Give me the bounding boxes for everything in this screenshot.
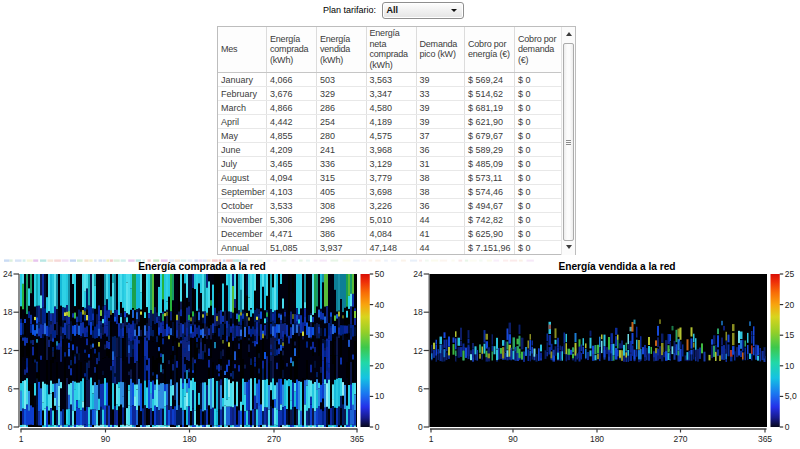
svg-text:180: 180 <box>182 434 196 444</box>
svg-text:18: 18 <box>413 307 423 317</box>
svg-text:Energía comprada a la red: Energía comprada a la red <box>138 261 265 272</box>
svg-text:30: 30 <box>375 330 385 340</box>
svg-text:90: 90 <box>508 434 518 444</box>
svg-text:10: 10 <box>375 391 385 401</box>
svg-text:180: 180 <box>590 434 604 444</box>
svg-text:10: 10 <box>785 361 795 371</box>
svg-text:270: 270 <box>267 434 281 444</box>
svg-text:24: 24 <box>413 269 423 279</box>
svg-text:6: 6 <box>8 384 13 394</box>
svg-text:90: 90 <box>101 434 111 444</box>
svg-text:1: 1 <box>19 434 24 444</box>
svg-text:12: 12 <box>3 346 13 356</box>
svg-text:0: 0 <box>8 422 13 432</box>
svg-text:0: 0 <box>418 422 423 432</box>
svg-text:20: 20 <box>785 300 795 310</box>
svg-text:6: 6 <box>418 384 423 394</box>
svg-text:270: 270 <box>673 434 687 444</box>
svg-text:12: 12 <box>413 346 423 356</box>
svg-text:18: 18 <box>3 307 13 317</box>
svg-text:50: 50 <box>375 269 385 279</box>
svg-text:40: 40 <box>375 300 385 310</box>
svg-text:Energía vendida a la red: Energía vendida a la red <box>558 261 675 272</box>
svg-text:20: 20 <box>375 361 385 371</box>
svg-text:0: 0 <box>375 422 380 432</box>
svg-text:25: 25 <box>785 269 795 279</box>
svg-text:24: 24 <box>3 269 13 279</box>
svg-text:5,0: 5,0 <box>785 391 797 401</box>
svg-text:15: 15 <box>785 330 795 340</box>
svg-text:365: 365 <box>758 434 772 444</box>
svg-text:1: 1 <box>429 434 434 444</box>
svg-text:365: 365 <box>350 434 364 444</box>
svg-text:0: 0 <box>785 422 790 432</box>
